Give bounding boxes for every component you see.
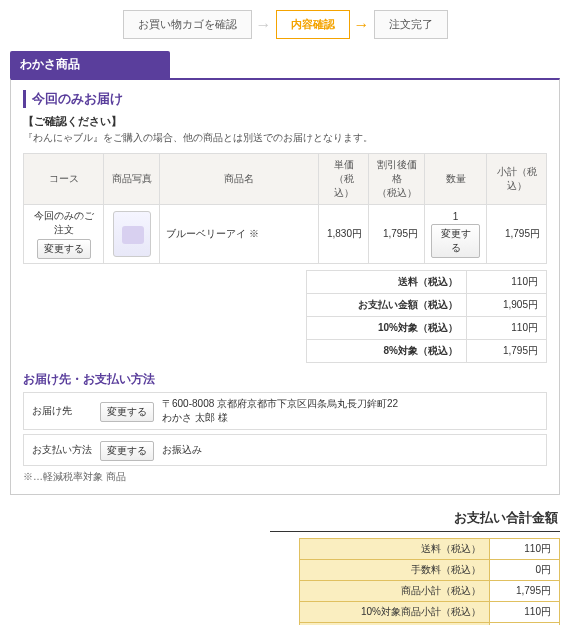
arrow-icon: → xyxy=(256,16,272,34)
col-qty: 数量 xyxy=(425,154,487,205)
pay-method-label: お支払い方法 xyxy=(32,443,92,457)
ship-to-label: お届け先 xyxy=(32,404,92,418)
pay-row-label: 送料（税込） xyxy=(300,539,490,560)
total-label: 10%対象（税込） xyxy=(307,317,467,340)
total-label: お支払い金額（税込） xyxy=(307,294,467,317)
change-payment-button[interactable]: 変更する xyxy=(100,441,154,461)
product-name: ブルーベリーアイ ※ xyxy=(160,205,319,264)
col-course: コース xyxy=(24,154,104,205)
total-label: 送料（税込） xyxy=(307,271,467,294)
section-title: わかさ商品 xyxy=(10,51,170,78)
pay-method-value: お振込み xyxy=(162,443,538,457)
payment-table: 送料（税込）110円手数料（税込）0円商品小計（税込）1,795円10%対象商品… xyxy=(299,538,560,625)
row-subtotal: 1,795円 xyxy=(487,205,547,264)
pay-row-value: 110円 xyxy=(490,602,560,623)
step-complete: 注文完了 xyxy=(374,10,448,39)
step-confirm: 内容確認 xyxy=(276,10,350,39)
order-section: 今回のみお届け 【ご確認ください】 『わんにゃブル』をご購入の場合、他の商品とは… xyxy=(10,78,560,495)
pay-row-value: 0円 xyxy=(490,560,560,581)
ship-title: お届け先・お支払い方法 xyxy=(23,371,547,388)
col-subtotal: 小計（税込） xyxy=(487,154,547,205)
note-body: 『わんにゃブル』をご購入の場合、他の商品とは別送でのお届けとなります。 xyxy=(23,131,547,145)
total-label: 8%対象（税込） xyxy=(307,340,467,363)
total-value: 110円 xyxy=(467,317,547,340)
total-value: 1,905円 xyxy=(467,294,547,317)
col-name: 商品名 xyxy=(160,154,319,205)
totals-table: 送料（税込）110円お支払い金額（税込）1,905円10%対象（税込）110円8… xyxy=(23,270,547,363)
change-address-button[interactable]: 変更する xyxy=(100,402,154,422)
ship-to-row: お届け先 変更する 〒600-8008 京都府京都市下京区四条烏丸長刀鉾町22 … xyxy=(23,392,547,430)
tax-footnote: ※…軽減税率対象 商品 xyxy=(23,470,547,484)
col-photo: 商品写真 xyxy=(104,154,160,205)
order-table: コース 商品写真 商品名 単価 （税込） 割引後価格 （税込） 数量 小計（税込… xyxy=(23,153,547,264)
product-thumbnail xyxy=(113,211,151,257)
note-heading: 【ご確認ください】 xyxy=(23,114,547,129)
pay-row-label: 手数料（税込） xyxy=(300,560,490,581)
col-unit: 単価 （税込） xyxy=(319,154,369,205)
pay-row-value: 110円 xyxy=(490,539,560,560)
disc-price: 1,795円 xyxy=(369,205,425,264)
qty-value: 1 xyxy=(431,211,480,222)
pay-row-label: 商品小計（税込） xyxy=(300,581,490,602)
change-course-button[interactable]: 変更する xyxy=(37,239,91,259)
payment-total-title: お支払い合計金額 xyxy=(270,509,560,527)
step-cart: お買い物カゴを確認 xyxy=(123,10,252,39)
change-qty-button[interactable]: 変更する xyxy=(431,224,480,258)
course-text: 今回のみのご注文 xyxy=(30,209,97,237)
total-value: 110円 xyxy=(467,271,547,294)
unit-price: 1,830円 xyxy=(319,205,369,264)
col-disc: 割引後価格 （税込） xyxy=(369,154,425,205)
pay-method-row: お支払い方法 変更する お振込み xyxy=(23,434,547,466)
total-value: 1,795円 xyxy=(467,340,547,363)
delivery-title: 今回のみお届け xyxy=(23,90,547,108)
progress-steps: お買い物カゴを確認 → 内容確認 → 注文完了 xyxy=(10,10,560,39)
ship-to-value: 〒600-8008 京都府京都市下京区四条烏丸長刀鉾町22 わかさ 太郎 様 xyxy=(162,397,538,425)
pay-row-label: 10%対象商品小計（税込） xyxy=(300,602,490,623)
pay-row-value: 1,795円 xyxy=(490,581,560,602)
arrow-icon: → xyxy=(354,16,370,34)
table-row: 今回のみのご注文 変更する ブルーベリーアイ ※ 1,830円 1,795円 1… xyxy=(24,205,547,264)
